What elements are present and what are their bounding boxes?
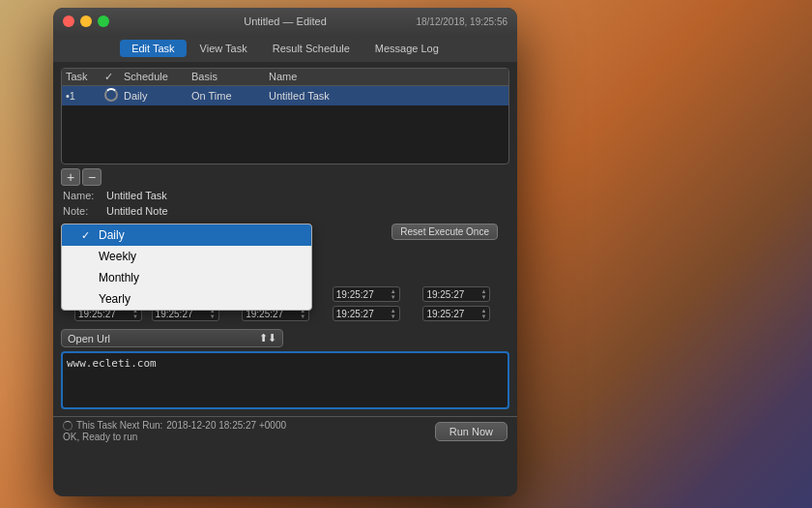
action-section: Open Url ⬆⬇ www.ecleti.com [53, 325, 517, 416]
zoom-button[interactable] [98, 15, 109, 27]
tab-view-task[interactable]: View Task [188, 40, 259, 57]
note-row: Note: Untitled Note [63, 205, 508, 217]
th-schedule: Schedule [124, 71, 191, 83]
th-check: ✓ [104, 71, 124, 83]
window-timestamp: 18/12/2018, 19:25:56 [416, 16, 508, 27]
next-run-row: This Task Next Run: 2018-12-20 18:25:27 … [63, 420, 286, 431]
window-title: Untitled — Edited [244, 15, 327, 27]
remove-task-button[interactable]: − [82, 168, 102, 186]
dropdown-label-daily: Daily [99, 228, 125, 242]
time-input-5[interactable]: 19:25:27 ▲▼ [422, 286, 490, 302]
statusbar: This Task Next Run: 2018-12-20 18:25:27 … [53, 416, 517, 445]
name-row: Name: Untitled Task [63, 190, 508, 201]
table-header: Task ✓ Schedule Basis Name [62, 69, 508, 86]
status-left: This Task Next Run: 2018-12-20 18:25:27 … [63, 420, 286, 442]
td-schedule: Daily [124, 90, 191, 102]
dropdown-label-monthly: Monthly [99, 271, 139, 284]
time-spinner-9[interactable]: ▲▼ [391, 308, 396, 319]
selected-check-icon: ✓ [81, 229, 93, 242]
close-button[interactable] [63, 15, 74, 27]
time-value-5: 19:25:27 [426, 289, 464, 300]
note-label: Note: [63, 205, 106, 217]
reset-execute-once-button[interactable]: Reset Execute Once [392, 224, 498, 240]
time-spinner-5[interactable]: ▲▼ [480, 288, 486, 300]
tab-result-schedule[interactable]: Result Schedule [261, 40, 362, 57]
add-task-button[interactable]: + [61, 168, 80, 186]
td-name: Untitled Task [269, 90, 505, 102]
td-basis: On Time [191, 90, 269, 102]
time-spinner-10[interactable]: ▲▼ [480, 308, 486, 319]
toolbar: + − [53, 164, 517, 190]
time-value-9: 19:25:27 [336, 309, 374, 319]
time-cell-4: 19:25:27 ▲▼ [333, 286, 420, 302]
dropdown-label-weekly: Weekly [99, 250, 136, 263]
table-row[interactable]: •1 Daily On Time Untitled Task [62, 86, 508, 105]
time-input-9[interactable]: 19:25:27 ▲▼ [333, 306, 400, 321]
time-input-10[interactable]: 19:25:27 ▲▼ [422, 306, 490, 321]
form-section: Name: Untitled Task Note: Untitled Note [53, 190, 517, 221]
name-value: Untitled Task [106, 190, 167, 201]
th-basis: Basis [191, 71, 269, 83]
url-dropdown-label: Open Url [68, 333, 110, 344]
traffic-lights [63, 15, 109, 27]
ready-label: OK, Ready to run [63, 432, 286, 442]
main-window: Untitled — Edited 18/12/2018, 19:25:56 E… [53, 8, 517, 496]
time-cell-10: 19:25:27 ▲▼ [422, 306, 509, 321]
dropdown-item-yearly[interactable]: Yearly [62, 288, 311, 310]
next-run-value: 2018-12-20 18:25:27 +0000 [166, 420, 286, 431]
time-cell-5: 19:25:27 ▲▼ [422, 286, 509, 302]
dropdown-item-weekly[interactable]: Weekly [62, 246, 311, 267]
loading-spinner [104, 88, 118, 102]
th-task: Task [66, 71, 104, 83]
tab-message-log[interactable]: Message Log [363, 40, 450, 57]
next-run-label: This Task Next Run: [76, 420, 162, 431]
content-area: Task ✓ Schedule Basis Name •1 Daily On T… [53, 62, 517, 496]
url-arrow-icon: ⬆⬇ [259, 332, 276, 344]
url-textarea[interactable]: www.ecleti.com [61, 351, 509, 409]
dropdown-item-monthly[interactable]: Monthly [62, 267, 311, 288]
open-url-dropdown[interactable]: Open Url ⬆⬇ [61, 329, 283, 347]
schedule-dropdown[interactable]: ✓ Daily Weekly Monthly Yearly [61, 224, 312, 311]
status-spinner-icon [63, 421, 72, 431]
td-check [104, 88, 124, 104]
time-value-10: 19:25:27 [426, 309, 464, 319]
th-name: Name [269, 71, 505, 83]
task-table: Task ✓ Schedule Basis Name •1 Daily On T… [61, 68, 509, 164]
time-spinner-4[interactable]: ▲▼ [391, 288, 396, 300]
time-value-4: 19:25:27 [336, 289, 374, 300]
titlebar: Untitled — Edited 18/12/2018, 19:25:56 [53, 8, 517, 35]
name-label: Name: [63, 190, 106, 201]
minimize-button[interactable] [80, 15, 92, 27]
time-cell-9: 19:25:27 ▲▼ [333, 306, 420, 321]
note-value: Untitled Note [106, 205, 168, 217]
tab-edit-task[interactable]: Edit Task [120, 40, 186, 57]
tab-bar: Edit Task View Task Result Schedule Mess… [53, 35, 517, 62]
run-now-button[interactable]: Run Now [435, 422, 508, 441]
dropdown-label-yearly: Yearly [99, 292, 130, 306]
dropdown-item-daily[interactable]: ✓ Daily [62, 224, 311, 246]
td-task: •1 [66, 90, 104, 102]
time-input-4[interactable]: 19:25:27 ▲▼ [333, 286, 400, 302]
